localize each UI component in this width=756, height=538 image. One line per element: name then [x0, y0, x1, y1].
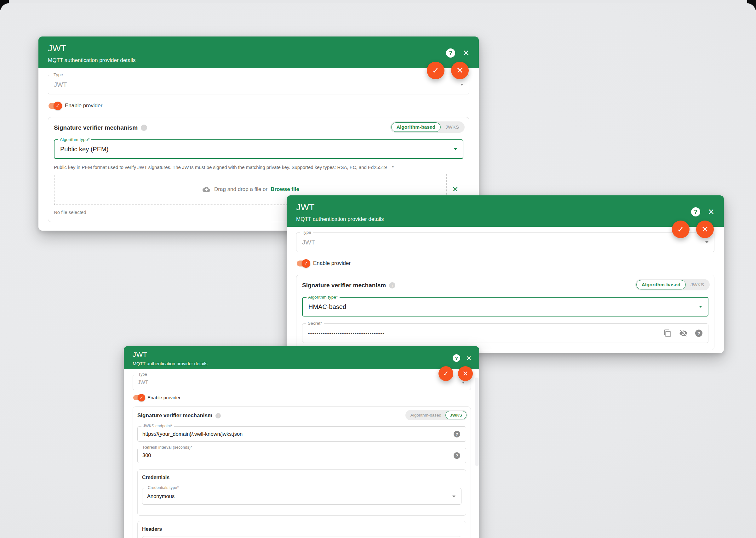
chip-jwks[interactable]: JWKS — [441, 122, 464, 132]
enable-provider-toggle[interactable]: ✓ — [297, 260, 309, 266]
chevron-down-icon — [699, 306, 702, 308]
chevron-down-icon — [705, 241, 709, 243]
headers-title: Headers — [142, 526, 462, 532]
algorithm-type-select[interactable]: Algorithm type* Public key (PEM) — [54, 139, 463, 159]
jwks-endpoint-label: JWKS endpoint* — [142, 424, 174, 428]
credentials-type-select[interactable]: Credentials type* Anonymous — [142, 488, 462, 505]
help-icon[interactable]: ? — [691, 207, 700, 216]
toggle-check-icon: ✓ — [138, 394, 145, 402]
check-icon: ✓ — [677, 224, 684, 235]
section-title: Signature verifier mechanism — [54, 124, 138, 131]
toggle-check-icon: ✓ — [302, 259, 310, 268]
cancel-fab-button[interactable]: ✕ — [451, 62, 469, 79]
algorithm-type-label: Algorithm type* — [58, 137, 92, 142]
confirm-fab-button[interactable]: ✓ — [438, 366, 453, 381]
type-select[interactable]: Type JWT — [296, 233, 715, 252]
toggle-check-icon: ✓ — [54, 102, 62, 110]
headers-card: Headers Header Value — [137, 521, 466, 538]
chip-algorithm-based[interactable]: Algorithm-based — [391, 122, 441, 132]
verifier-mechanism-toggle-group: Algorithm-based JWKS — [635, 279, 710, 291]
type-label: Type — [300, 230, 313, 235]
type-select[interactable]: Type JWT — [133, 375, 471, 390]
type-value: JWT — [54, 81, 67, 88]
dropzone-text: Drag and drop a file or — [214, 186, 268, 192]
jwks-endpoint-help-icon[interactable]: ? — [454, 431, 460, 437]
close-icon[interactable]: ✕ — [466, 355, 472, 361]
help-icon[interactable]: ? — [453, 354, 460, 362]
algorithm-type-value: HMAC-based — [308, 303, 346, 310]
chevron-down-icon — [460, 84, 463, 85]
refresh-interval-input[interactable]: Refresh interval (seconds)* 300 ? — [137, 448, 466, 463]
enable-provider-label: Enable provider — [313, 260, 350, 266]
refresh-interval-label: Refresh interval (seconds)* — [142, 445, 194, 450]
check-icon: ✓ — [432, 66, 439, 76]
dialog-title: JWT — [296, 202, 715, 212]
dialog-header: JWT MQTT authentication provider details… — [286, 195, 724, 227]
chip-algorithm-based[interactable]: Algorithm-based — [636, 280, 686, 290]
dialog-header: JWT MQTT authentication provider details… — [38, 36, 479, 68]
algorithm-type-label: Algorithm type* — [306, 295, 340, 299]
algorithm-type-select[interactable]: Algorithm type* HMAC-based — [302, 297, 709, 316]
info-icon: i — [389, 282, 395, 289]
public-key-helper-text: Public key in PEM format used to verify … — [54, 165, 463, 170]
type-value: JWT — [302, 239, 315, 246]
confirm-fab-button[interactable]: ✓ — [672, 221, 690, 238]
screen-stage: JWT MQTT authentication provider details… — [0, 0, 756, 538]
signature-verifier-card: Signature verifier mechanism i Algorithm… — [133, 406, 471, 538]
jwks-endpoint-value: https://{your_domain}/.well-known/jwks.j… — [142, 431, 243, 437]
headers-table: Header Value — [142, 536, 462, 538]
algorithm-type-value: Public key (PEM) — [60, 146, 108, 153]
section-title: Signature verifier mechanism — [302, 282, 386, 289]
type-label: Type — [137, 372, 149, 377]
section-title: Signature verifier mechanism — [137, 412, 212, 419]
chevron-down-icon — [454, 148, 457, 150]
credentials-type-value: Anonymous — [147, 493, 174, 499]
type-value: JWT — [138, 379, 148, 385]
cancel-fab-button[interactable]: ✕ — [696, 221, 714, 238]
jwks-endpoint-input[interactable]: JWKS endpoint* https://{your_domain}/.we… — [137, 426, 466, 442]
credentials-type-label: Credentials type* — [146, 485, 180, 490]
credentials-title: Credentials — [142, 475, 462, 480]
type-select[interactable]: Type JWT — [48, 75, 470, 94]
close-icon[interactable]: ✕ — [708, 208, 715, 216]
cloud-upload-icon — [202, 186, 211, 193]
chip-jwks[interactable]: JWKS — [445, 411, 467, 419]
browse-file-link[interactable]: Browse file — [271, 186, 299, 192]
clear-file-icon[interactable]: ✕ — [447, 185, 463, 194]
chip-algorithm-based[interactable]: Algorithm-based — [407, 411, 445, 419]
secret-help-icon[interactable]: ? — [695, 330, 702, 337]
dialog-subtitle: MQTT authentication provider details — [133, 361, 470, 366]
close-icon: ✕ — [463, 370, 468, 378]
copy-icon[interactable] — [663, 329, 671, 337]
helper-text: Public key in PEM format used to verify … — [54, 165, 387, 170]
dialog-subtitle: MQTT authentication provider details — [296, 216, 715, 222]
dialog-title: JWT — [48, 43, 470, 53]
close-icon[interactable]: ✕ — [463, 49, 470, 57]
dialog-title: JWT — [133, 350, 470, 359]
info-icon: i — [216, 413, 221, 418]
required-mark: * — [392, 165, 394, 170]
signature-verifier-card: Signature verifier mechanism i Algorithm… — [296, 275, 715, 350]
secret-masked-value: •••••••••••••••••••••••••••••••••••• — [308, 331, 385, 336]
dialog-subtitle: MQTT authentication provider details — [48, 57, 470, 64]
help-icon[interactable]: ? — [446, 48, 455, 58]
type-label: Type — [52, 72, 65, 77]
dialog-header: JWT MQTT authentication provider details… — [124, 346, 479, 369]
secret-input[interactable]: Secret* ••••••••••••••••••••••••••••••••… — [302, 323, 709, 343]
chip-jwks[interactable]: JWKS — [686, 280, 709, 290]
refresh-interval-help-icon[interactable]: ? — [454, 452, 460, 459]
credentials-card: Credentials Credentials type* Anonymous — [137, 469, 466, 516]
chevron-down-icon — [452, 496, 456, 497]
visibility-off-icon[interactable] — [679, 329, 688, 338]
check-icon: ✓ — [443, 370, 449, 378]
chevron-down-icon — [462, 382, 465, 384]
cancel-fab-button[interactable]: ✕ — [458, 366, 473, 381]
confirm-fab-button[interactable]: ✓ — [427, 62, 444, 79]
close-icon: ✕ — [457, 66, 464, 76]
enable-provider-toggle[interactable]: ✓ — [48, 103, 61, 109]
close-icon: ✕ — [702, 224, 709, 235]
jwt-dialog-jwks: JWT MQTT authentication provider details… — [124, 346, 479, 538]
verifier-mechanism-toggle-group: Algorithm-based JWKS — [390, 122, 465, 133]
secret-label: Secret* — [306, 321, 324, 326]
enable-provider-toggle[interactable]: ✓ — [133, 395, 144, 400]
